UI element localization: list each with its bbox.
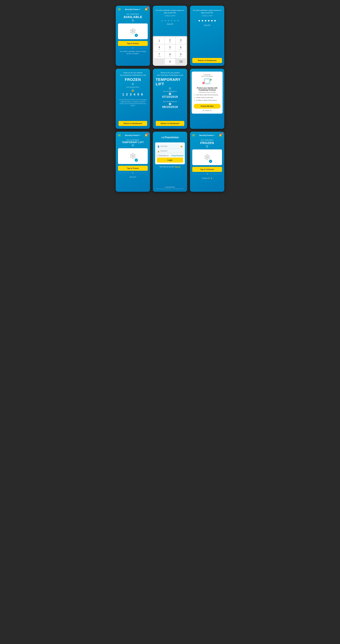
snowflake-plus-icon-7: + [135,158,138,162]
frozen-thanks-text: Thank you for your request! Your TransUn… [120,72,146,76]
key-2[interactable]: 2ABC [165,37,175,44]
pin-dot-1 [162,20,163,21]
credit-label-7: Your Credit Status: [116,139,150,141]
description-text: Your credit is vulnerable. Freeze it to … [116,50,150,57]
login-button[interactable]: Login [157,158,183,162]
screen-frozen-dashboard: Security Freeze 🔔 44 Your Credit Status:… [190,132,224,192]
tap-freeze-btn-7[interactable]: Tap to Freeze [118,166,148,171]
key-7[interactable]: 7PQRS [154,52,165,58]
show-pin-link[interactable]: Show PIN [153,23,187,25]
pin-dot-2 [165,20,166,21]
login-form: 👤 😊 🔒 Remember me Forgot Password Login [155,142,185,164]
hamburger-menu-icon[interactable] [118,8,121,10]
pin-filled-4 [208,20,209,22]
ti-feature-text-2: Identity Threat & Credit Alerts [196,97,213,98]
pin-dot-4 [171,20,172,21]
what-is-pin-link[interactable]: ℹ What is a PIN? [153,15,187,16]
protect-me-now-button[interactable]: Protect Me Now [194,104,221,108]
chevron-down-icon-7[interactable] [139,135,140,136]
no-thanks-link[interactable]: No, Thank You [202,110,212,111]
forgot-password-link[interactable]: Forgot Password [171,155,183,156]
key-backspace[interactable]: ⌫ [175,59,186,65]
what-is-pin-link-3[interactable]: ℹ What is a PIN? [190,15,224,16]
pin-filled-5 [211,20,213,22]
temp-lift-info-icon[interactable]: i [169,88,171,90]
key-0[interactable]: 0 [165,59,175,65]
top-bar-7: Security Freeze 🔔 44 [116,132,150,138]
app-title-7: Security Freeze [125,134,140,136]
change-pin-link[interactable]: Change Pin 🔒 [190,177,224,179]
key-3[interactable]: 3DEF [175,37,186,44]
signup-link[interactable]: Sign Up [175,166,180,168]
screen-true-identity: TrueIdentity Part of TransUnion Protect … [190,69,224,129]
hamburger-menu-icon-9[interactable] [192,134,195,136]
hamburger-menu-icon-7[interactable] [118,134,121,136]
pin-filled-3 [205,20,206,22]
info-icon-pin-3: ℹ [202,15,202,16]
chevron-down-icon[interactable] [139,9,140,10]
password-input[interactable] [157,149,183,153]
tap-unfreeze-button[interactable]: Tap to Unfreeze [192,167,222,172]
top-bar: Security Freeze 🔔 44 [116,6,150,12]
app-grid: Security Freeze 🔔 44 Your Credit Status:… [116,6,224,192]
pin-header-3: For call-in verification, please choose … [190,6,224,15]
return-dashboard-button[interactable]: Return to Dashboard [192,58,222,63]
notification-count: 44 [147,7,149,9]
frozen-thanks-line2: Your TransUnion Credit Report is now [120,74,146,76]
info-icon-9[interactable]: i [206,146,208,148]
info-icon-7[interactable]: i [132,144,134,146]
pin-dot-6 [177,20,178,21]
shield-check-icon-1: 🛡 [194,94,195,96]
remember-label: Remember me [159,155,169,156]
screen-temp-lift-dashboard: Security Freeze 🔔 44 Your Credit Status:… [116,132,150,192]
lift-begin-section: Your Lift will begin on: 🕐 07/15/2018 [162,90,178,98]
app-title-9: Security Freeze [199,134,215,136]
snowflake-card: ❄ + [118,24,148,39]
key-4[interactable]: 4GHI [154,44,165,51]
key-8[interactable]: 8TUV [165,52,175,58]
legal-link[interactable]: Legal Information [156,186,184,188]
mytransunion-logo: myTransUnion [161,136,179,139]
chevron-down-icon-9[interactable] [213,135,215,136]
ti-feature-3: 🛡 $1 Million in Identity Theft Insurance [194,100,221,102]
credit-value-7: TEMPORARY LIFT [116,141,150,144]
snowflake-card-7: ❄ + [118,148,148,164]
remember-left: Remember me [157,155,169,156]
copyright-text: ©2018 TransUnion Interactive, Inc. All R… [156,188,184,190]
edit-lift-link[interactable]: Edit Lift ℹ [116,176,150,178]
show-pin-link-3[interactable]: Show PIN [190,24,224,26]
lift-expire-section: Your Lift will expire on: 🕐 08/15/2018 [162,101,178,108]
screen-available: Security Freeze 🔔 44 Your Credit Status:… [116,6,150,66]
clock-begin-icon: 🕐 [162,92,178,95]
credit-status-value: AVAILABLE [116,15,150,19]
pin-dots-row [153,20,187,21]
info-wrap-7: i [116,144,150,146]
or-label: OR [132,47,134,49]
temp-lift-info-icon-wrap: i [169,88,171,90]
key-1[interactable]: 1 [154,37,165,44]
remember-checkbox[interactable] [157,155,159,156]
lift-begin-date: 07/15/2018 [162,95,178,98]
pin-number: 1 2 3 4 5 6 [122,92,144,96]
pin-header: For call-in verification, please choose … [153,6,187,15]
pin-label: Your Security PIN is: [122,86,144,88]
username-input[interactable] [157,144,183,148]
temp-lift-thanks-line1: Thank you for your request! [161,72,180,74]
key-9[interactable]: 9WXYZ [175,52,186,58]
return-dashboard-lift-button[interactable]: Return to Dashboard [156,121,184,126]
key-6[interactable]: 6MNO [175,44,186,51]
key-5[interactable]: 5JKL [165,44,175,51]
notification-bell[interactable]: 🔔 44 [145,8,148,11]
snowflake-container-7: ❄ + [129,151,137,161]
screen-login: myTransUnion 👤 😊 🔒 Remember me Forgot Pa… [153,132,187,192]
return-dashboard-frozen-button[interactable]: Return to Dashboard [119,121,147,126]
lock-input-icon: 🔒 [158,150,160,152]
tap-to-freeze-button[interactable]: Tap to Freeze [118,41,148,46]
temp-lift-status-title: TEMPORARY LIFT [156,78,184,86]
lift-expire-label: Your Lift will expire on: [162,101,178,102]
notification-bell-9[interactable]: 🔔 44 [219,134,222,137]
pin-dot-5 [174,20,175,21]
notification-bell-7[interactable]: 🔔 44 [145,134,148,137]
info-icon[interactable]: i [132,20,134,22]
frozen-info-icon[interactable]: i [132,83,134,85]
